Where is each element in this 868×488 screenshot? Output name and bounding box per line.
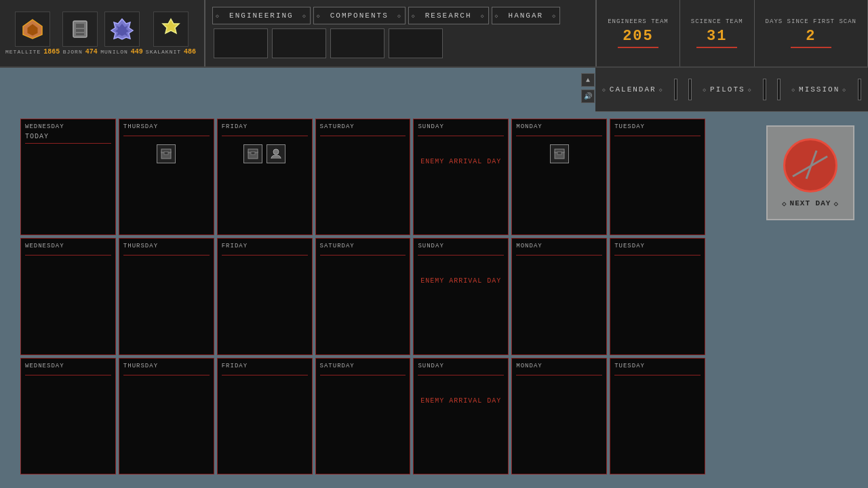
resource-name-metallite: METALLITE	[5, 49, 41, 55]
cal-cell-1-1: THURSDAY	[119, 238, 214, 354]
cal-divider-1-4	[418, 255, 504, 256]
cal-divider-2-3	[320, 375, 406, 375]
cal-content-0-0	[25, 146, 111, 230]
cal-divider-1-0	[25, 255, 111, 256]
stat-label-1: SCIENCE TEAM	[691, 18, 743, 25]
stat-box-1: SCIENCE TEAM 31	[680, 0, 755, 66]
cal-content-0-1	[123, 139, 210, 230]
nav-sub-row	[212, 27, 560, 60]
volume-section: ▲ 🔊	[580, 68, 596, 108]
resource-icon-munilon	[104, 12, 140, 47]
cal-divider-0-5	[516, 136, 602, 136]
cal-content-0-5	[516, 139, 602, 230]
cal-divider-2-0	[25, 375, 111, 375]
tab-sub-btn-1-1[interactable]	[777, 79, 781, 100]
tab-sub-btn-2-0[interactable]	[858, 79, 861, 100]
nav-sub-btn-3[interactable]	[330, 28, 384, 58]
resource-icon-bjorn	[62, 12, 98, 47]
cal-day-label-0-4: SUNDAY	[418, 123, 504, 130]
tab-label-0: CALENDAR	[610, 85, 656, 94]
cal-divider-1-1	[123, 255, 210, 256]
svg-rect-18	[557, 152, 561, 155]
section-tab-calendar[interactable]: ◇ CALENDAR ◇	[602, 85, 663, 94]
tab-diamond-right-0: ◇	[659, 87, 664, 93]
svg-rect-5	[76, 33, 84, 35]
section-tab-mission[interactable]: ◇ MISSION ◇	[791, 85, 847, 94]
stat-underline-1	[696, 47, 737, 48]
resource-item-metallite: METALLITE 1865	[5, 12, 60, 56]
nav-btn-label-1: COMPONENTS	[330, 12, 389, 20]
nav-btn-hangar[interactable]: HANGAR	[492, 7, 561, 24]
cal-content-1-6	[614, 258, 701, 350]
svg-rect-14	[251, 152, 255, 155]
cal-divider-1-3	[320, 255, 406, 256]
cal-cell-0-5: MONDAY	[511, 119, 607, 235]
stat-label-0: ENGINEERS TEAM	[608, 18, 669, 25]
cal-day-label-1-5: MONDAY	[516, 243, 602, 249]
volume-up-btn[interactable]: ▲	[581, 73, 595, 87]
stat-value-2: 2	[806, 28, 816, 45]
cal-divider-0-4	[418, 136, 504, 136]
resource-value-metallite: 1865	[43, 48, 60, 56]
cal-day-label-1-3: SATURDAY	[320, 243, 406, 249]
tab-diamond-left-0: ◇	[602, 87, 607, 93]
tab-diamond-right-1: ◇	[748, 87, 753, 93]
tab-sub-btn-0-1[interactable]	[688, 79, 692, 100]
nav-btn-label-0: ENGINEERING	[229, 12, 294, 20]
cal-cell-2-6: TUESDAY	[610, 358, 705, 474]
nav-sub-btn-2[interactable]	[272, 28, 326, 58]
nav-btn-label-2: RESEARCH	[425, 12, 472, 20]
nav-sub-btn-4[interactable]	[389, 28, 443, 58]
volume-down-btn[interactable]: 🔊	[581, 89, 595, 103]
cal-day-label-2-0: WEDNESDAY	[25, 363, 111, 369]
cal-divider-2-1	[123, 375, 210, 375]
cal-content-2-1	[123, 378, 210, 470]
cal-divider-2-2	[222, 375, 308, 375]
cal-cell-2-1: THURSDAY	[119, 358, 214, 474]
second-bar: ◇ CALENDAR ◇ ◇ PILOTS ◇ ◇ MISSION ◇	[595, 68, 868, 112]
cal-day-label-0-5: MONDAY	[516, 123, 602, 130]
resource-value-skalaknit: 486	[184, 48, 196, 56]
nav-btn-components[interactable]: COMPONENTS	[313, 7, 406, 24]
tab-sub-btn-0-0[interactable]	[674, 79, 677, 100]
cal-divider-2-4	[418, 375, 504, 375]
resource-item-skalaknit: SKALAKNIT 486	[146, 12, 196, 56]
svg-point-15	[273, 149, 279, 155]
cal-content-2-3	[320, 378, 406, 470]
next-day-button[interactable]: ◇ NEXT DAY ◇	[782, 199, 839, 208]
cal-divider-1-2	[222, 255, 308, 256]
resource-item-munilon: MUNILON 449	[100, 12, 143, 56]
next-day-circle	[783, 138, 837, 192]
cal-day-label-1-1: THURSDAY	[123, 243, 210, 249]
nav-btn-research[interactable]: RESEARCH	[408, 7, 489, 24]
cal-cell-0-2: FRIDAY	[217, 119, 313, 235]
cal-day-label-2-1: THURSDAY	[123, 363, 210, 369]
section-tab-pilots[interactable]: ◇ PILOTS ◇	[703, 85, 752, 94]
cal-content-1-4: ENEMY ARRIVAL DAY	[418, 258, 504, 350]
nav-sub-btn-1[interactable]	[214, 28, 268, 58]
stat-underline-2	[791, 47, 831, 48]
cal-cell-1-2: FRIDAY	[217, 238, 313, 354]
cal-content-2-0	[25, 378, 111, 470]
resource-name-skalaknit: SKALAKNIT	[146, 49, 181, 55]
cal-content-2-2	[222, 378, 308, 470]
stat-label-2: DAYS SINCE FIRST SCAN	[766, 18, 856, 25]
nav-btn-engineering[interactable]: ENGINEERING	[212, 7, 311, 24]
enemy-arrival-0-4-0: ENEMY ARRIVAL DAY	[420, 158, 501, 165]
cal-content-0-6	[614, 139, 701, 230]
cal-content-0-4: ENEMY ARRIVAL DAY	[418, 139, 504, 230]
resource-bottom-metallite: METALLITE 1865	[5, 48, 60, 56]
stats-section: ENGINEERS TEAM 205 SCIENCE TEAM 31 DAYS …	[595, 0, 868, 66]
cal-icon-0-1-0	[157, 144, 176, 163]
resource-bottom-skalaknit: SKALAKNIT 486	[146, 48, 196, 56]
cal-content-1-5	[516, 258, 602, 350]
tab-label-1: PILOTS	[710, 85, 745, 94]
cal-divider-0-6	[614, 136, 701, 136]
resource-name-bjorn: BJORN	[63, 49, 83, 55]
stat-box-0: ENGINEERS TEAM 205	[597, 0, 680, 66]
cal-day-label-0-1: THURSDAY	[123, 123, 210, 130]
cal-content-1-2	[222, 258, 308, 350]
tab-sub-btn-1-0[interactable]	[763, 79, 766, 100]
svg-marker-8	[163, 19, 179, 33]
cal-icon-0-5-0	[550, 144, 569, 163]
